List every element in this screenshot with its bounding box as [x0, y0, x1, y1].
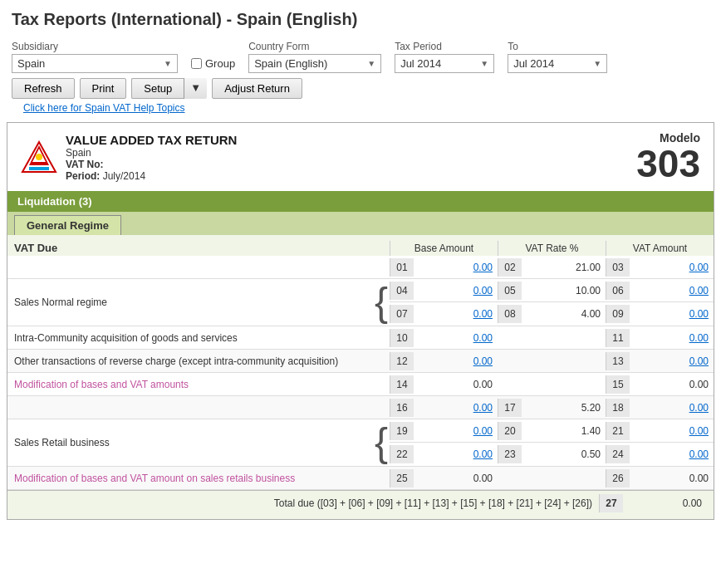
table-row: 040.000510.00060.00 [390, 279, 714, 302]
total-cell-val: 0.00 [623, 494, 707, 512]
rows-container: 010.000221.00030.00Sales Normal regime{0… [7, 256, 714, 490]
cell-num: 19 [390, 422, 414, 440]
cell-num: 09 [606, 305, 630, 323]
cell-num: 25 [390, 469, 414, 488]
cell-value: 0.50 [522, 445, 606, 463]
tax-period-field: Tax Period Jul 2014 ▼ [395, 41, 494, 73]
cell-value[interactable]: 0.00 [414, 305, 498, 323]
logo-area: VALUE ADDED TAX RETURN Spain VAT No: Per… [21, 133, 237, 182]
cell-num: 26 [606, 469, 630, 488]
cell-value[interactable]: 0.00 [414, 282, 498, 300]
cell-value: 5.20 [522, 399, 606, 417]
cell-value: 21.00 [522, 258, 606, 277]
page-title: Tax Reports (International) - Spain (Eng… [0, 0, 721, 36]
cell-value: 0.00 [630, 469, 714, 488]
cell-value[interactable]: 0.00 [630, 305, 714, 323]
table-row: Other transactions of reverse charge (ex… [7, 350, 714, 373]
table-row: Modification of bases and VAT amounts140… [7, 373, 714, 396]
svg-rect-4 [29, 167, 49, 170]
cell-num: 13 [606, 352, 630, 370]
report-container: VALUE ADDED TAX RETURN Spain VAT No: Per… [7, 122, 714, 520]
cell-num: 24 [606, 445, 630, 463]
subsidiary-field: Subsidiary Spain ▼ [12, 41, 178, 73]
cell-value: 0.00 [414, 375, 498, 394]
cell-num: 07 [390, 305, 414, 323]
button-row: Refresh Print Setup ▼ Adjust Return [12, 78, 709, 99]
cell-value[interactable]: 0.00 [414, 258, 498, 277]
table-row: 160.00175.20180.00 [7, 396, 714, 419]
setup-split-button: Setup ▼ [131, 78, 207, 99]
cell-num: 03 [606, 258, 630, 277]
subsidiary-label: Subsidiary [12, 41, 178, 52]
help-link[interactable]: Click here for Spain VAT Help Topics [12, 102, 709, 119]
cell-value: 0.00 [630, 375, 714, 394]
to-select[interactable]: Jul 2014 ▼ [508, 54, 607, 73]
cell-num: 18 [606, 399, 630, 417]
row-label: Sales Normal regime [7, 293, 375, 311]
cell-value[interactable]: 0.00 [414, 399, 498, 417]
row-label [7, 264, 390, 271]
table-row: 220.00230.50240.00 [390, 443, 714, 466]
period-label: Period: [66, 170, 100, 182]
tab-general-regime[interactable]: General Regime [14, 215, 121, 235]
cell-value[interactable]: 0.00 [630, 445, 714, 463]
country-form-label: Country Form [248, 41, 381, 52]
cell-num: 12 [390, 352, 414, 370]
brace-sub-rows: 190.00201.40210.00220.00230.50240.00 [390, 419, 714, 466]
cell-num: 15 [606, 375, 630, 394]
vat-due-label: VAT Due [7, 240, 390, 256]
setup-button[interactable]: Setup [131, 78, 184, 99]
cell-num: 21 [606, 422, 630, 440]
tax-period-select[interactable]: Jul 2014 ▼ [395, 54, 494, 73]
cell-value[interactable]: 0.00 [414, 352, 498, 370]
print-button[interactable]: Print [80, 78, 127, 99]
row-label: Intra-Community acquisition of goods and… [7, 329, 390, 347]
cell-num: 20 [498, 422, 522, 440]
subsidiary-select[interactable]: Spain ▼ [12, 54, 178, 73]
row-label [7, 404, 390, 411]
tax-period-dropdown-icon: ▼ [480, 59, 488, 68]
total-row: Total due ([03] + [06] + [09] + [11] + [… [7, 490, 714, 516]
cell-num: 23 [498, 445, 522, 463]
subsidiary-dropdown-icon: ▼ [164, 59, 172, 68]
group-checkbox[interactable] [191, 58, 202, 69]
cell-num: 22 [390, 445, 414, 463]
cell-value[interactable]: 0.00 [630, 282, 714, 300]
cell-value[interactable]: 0.00 [630, 329, 714, 347]
country-form-field: Country Form Spain (English) ▼ [248, 41, 381, 73]
tab-area: General Regime [7, 212, 714, 235]
brace-icon: { [375, 282, 388, 322]
cell-value[interactable]: 0.00 [630, 422, 714, 440]
row-label: Other transactions of reverse charge (ex… [7, 352, 390, 370]
cell-num: 06 [606, 282, 630, 300]
cell-num: 01 [390, 258, 414, 277]
cell-num: 11 [606, 329, 630, 347]
cell-num: 05 [498, 282, 522, 300]
cell-num: 08 [498, 305, 522, 323]
cell-num: 04 [390, 282, 414, 300]
cell-value[interactable]: 0.00 [630, 258, 714, 277]
country-form-select[interactable]: Spain (English) ▼ [248, 54, 381, 73]
cell-value[interactable]: 0.00 [414, 422, 498, 440]
cell-value[interactable]: 0.00 [630, 352, 714, 370]
tax-period-label: Tax Period [395, 41, 494, 52]
brace-group: Sales Normal regime{040.000510.00060.000… [7, 279, 714, 326]
group-label: Group [205, 57, 235, 70]
col-header-base: Base Amount [390, 241, 498, 256]
toolbar: Subsidiary Spain ▼ Group Country Form Sp… [0, 36, 721, 122]
total-cell-num: 27 [600, 494, 623, 512]
cell-value[interactable]: 0.00 [414, 329, 498, 347]
to-label: To [508, 41, 607, 52]
row-label: Modification of bases and VAT amount on … [7, 469, 390, 488]
setup-dropdown-icon[interactable]: ▼ [184, 78, 207, 99]
table-row: Modification of bases and VAT amount on … [7, 467, 714, 490]
cell-value[interactable]: 0.00 [414, 445, 498, 463]
table-row: 010.000221.00030.00 [7, 256, 714, 279]
cell-value: 0.00 [414, 469, 498, 488]
cell-value[interactable]: 0.00 [630, 399, 714, 417]
refresh-button[interactable]: Refresh [12, 78, 75, 99]
adjust-return-button[interactable]: Adjust Return [212, 78, 302, 99]
table-row: 070.00084.00090.00 [390, 302, 714, 326]
cell-num: 16 [390, 399, 414, 417]
cell-num: 02 [498, 258, 522, 277]
